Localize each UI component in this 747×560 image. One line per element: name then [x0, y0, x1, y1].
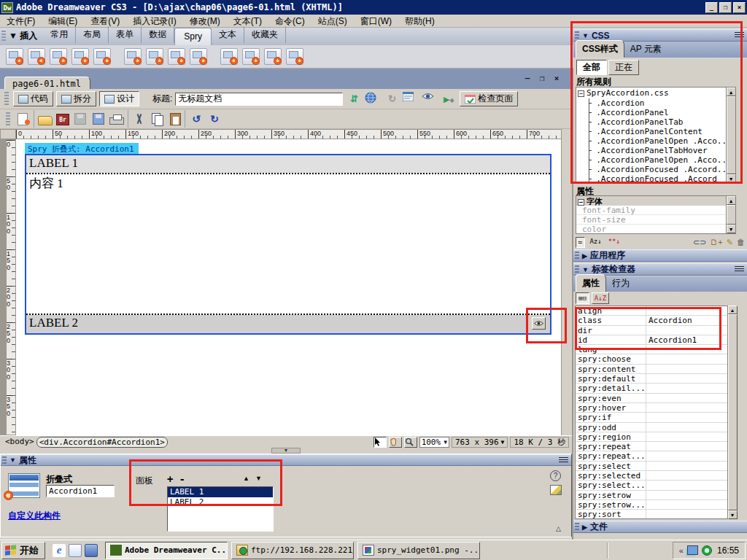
widget-name-input[interactable]	[46, 485, 115, 497]
spry:sort[interactable]: spry:sort	[576, 510, 736, 519]
css-rule-item[interactable]: .AccordionPanelOpen .Acco...	[576, 136, 735, 146]
panel-collapsed-arrow-icon[interactable]: ▶	[582, 524, 587, 531]
check-page-button[interactable]: 检查页面	[460, 91, 518, 106]
spry-repeat-icon[interactable]	[50, 48, 67, 65]
attribute-value[interactable]	[646, 403, 736, 412]
attribute-value[interactable]	[646, 471, 736, 480]
menu-item[interactable]: 查看(V)	[84, 15, 126, 28]
tag-inspector-tab[interactable]: 属性	[576, 274, 606, 292]
attribute-value[interactable]	[646, 374, 736, 383]
new-document-icon[interactable]	[18, 113, 28, 125]
menu-item[interactable]: 站点(S)	[311, 15, 354, 28]
menu-item[interactable]: 命令(C)	[268, 15, 311, 28]
design-canvas[interactable]: Spry 折叠式: Accordion1 LABEL 1 内容 1 LABEL …	[16, 139, 562, 435]
spry-accordion-icon[interactable]	[264, 48, 282, 65]
refresh-icon[interactable]: ↻	[384, 92, 400, 106]
css-rule-item[interactable]: .AccordionPanelTab	[576, 117, 735, 127]
css-panel-tab[interactable]: CSS样式	[576, 40, 624, 58]
menu-item[interactable]: 修改(M)	[183, 15, 227, 28]
move-panel-up-button[interactable]: ▲	[243, 475, 255, 482]
spry-validation-checkbox-icon[interactable]	[168, 48, 185, 65]
attribute-value[interactable]	[646, 481, 736, 489]
id[interactable]: id Accordion1	[576, 335, 736, 345]
properties-scrollbar[interactable]: ▲ ▼	[726, 196, 735, 233]
accordion-panel-tab-1[interactable]: LABEL 1	[26, 155, 550, 173]
spry-validation-select-icon[interactable]	[146, 48, 163, 65]
new-rule-icon[interactable]: 🗋+	[710, 238, 722, 247]
menu-item[interactable]: 窗口(W)	[354, 15, 398, 28]
spry:hover[interactable]: spry:hover	[576, 403, 736, 413]
accordion-panel-tab-2[interactable]: LABEL 2	[26, 315, 550, 333]
undo-icon[interactable]: ↺	[189, 112, 204, 125]
network-tray-icon[interactable]	[687, 545, 698, 555]
restore-button[interactable]: ❐	[719, 2, 732, 13]
spry:repeat[interactable]: spry:repeat	[576, 442, 736, 451]
spry-validation-textarea-icon[interactable]	[190, 48, 207, 65]
panel-grip[interactable]	[575, 31, 579, 39]
panel-menu-icon[interactable]	[735, 32, 744, 39]
spry:region[interactable]: spry:region	[576, 432, 736, 442]
css-rule-item[interactable]: .AccordionFocused .Accord...	[576, 165, 735, 174]
attribute-value[interactable]	[646, 365, 736, 373]
lang[interactable]: lang	[576, 345, 736, 354]
panel-grip[interactable]	[575, 523, 579, 531]
spry:odd[interactable]: spry:odd	[576, 423, 736, 432]
attribute-value[interactable]	[646, 354, 736, 363]
attribute-value[interactable]	[646, 384, 736, 392]
spry:default[interactable]: spry:default	[576, 374, 736, 384]
attribute-value[interactable]: Accordion1	[646, 335, 736, 344]
spry-table-icon[interactable]	[93, 48, 111, 65]
tag-inspector-tab[interactable]: 行为	[606, 275, 635, 292]
hand-tool-icon[interactable]	[389, 437, 402, 448]
sort-set-icon[interactable]: **↓	[606, 237, 622, 248]
task-button[interactable]: ftp://192.168.228.221/	[231, 542, 354, 559]
menu-item[interactable]: 文件(F)	[0, 15, 42, 28]
scrollbar-thumb[interactable]	[727, 205, 736, 225]
panel-menu-icon[interactable]	[559, 457, 568, 464]
remove-panel-button[interactable]: -	[179, 473, 190, 485]
doc-close-button[interactable]: ×	[551, 74, 562, 83]
panel-grip[interactable]	[575, 265, 579, 273]
css-rule-item[interactable]: .AccordionFocused .Accord	[576, 174, 735, 184]
spry:setrow[interactable]: spry:setrow	[576, 491, 736, 500]
attribute-value[interactable]	[646, 345, 736, 354]
insert-category-tab[interactable]: 常用	[43, 26, 76, 43]
attribute-value[interactable]	[646, 326, 736, 335]
panel-list-item[interactable]: LABEL 1	[168, 487, 273, 497]
tray-collapse-icon[interactable]: «	[679, 546, 684, 555]
attribute-value[interactable]	[646, 510, 736, 518]
spry:if[interactable]: spry:if	[576, 413, 736, 422]
mail-icon[interactable]	[69, 544, 82, 557]
split-view-button[interactable]: 拆分	[56, 91, 96, 106]
attributes-scrollbar[interactable]: ▲ ▼	[727, 306, 737, 519]
css-filter-button[interactable]: 全部	[576, 60, 607, 75]
insert-category-tab[interactable]: 数据	[142, 26, 174, 43]
quick-tag-edit-icon[interactable]	[550, 485, 562, 495]
delete-rule-icon[interactable]: 🗑	[737, 238, 745, 247]
copy-icon[interactable]	[150, 112, 165, 125]
attribute-value[interactable]	[646, 306, 736, 315]
insert-category-tab[interactable]: 表单	[109, 26, 142, 43]
messenger-icon[interactable]	[85, 544, 98, 557]
start-button[interactable]: 开始	[1, 542, 45, 559]
insert-category-tab[interactable]: 布局	[76, 26, 109, 43]
spry:selected[interactable]: spry:selected	[576, 471, 736, 481]
css-rule-item[interactable]: .AccordionPanelTabHover	[576, 146, 735, 155]
scrollbar-thumb[interactable]	[727, 96, 736, 174]
spry-validation-text-field-icon[interactable]	[124, 48, 142, 65]
window-size-select[interactable]: 763 x 396▼	[452, 437, 508, 448]
redo-icon[interactable]: ↻	[207, 112, 222, 125]
panel-list[interactable]: LABEL 1LABEL 2	[167, 486, 274, 532]
attribute-value[interactable]	[646, 423, 736, 432]
spry-repeat-list-icon[interactable]	[71, 48, 89, 65]
insert-category-tab[interactable]: 文本	[212, 26, 244, 43]
spry:repeat...[interactable]: spry:repeat...	[576, 451, 736, 461]
spry-tabbed-panels-icon[interactable]	[242, 48, 260, 65]
panel-grip[interactable]	[1, 31, 6, 43]
select-tool-icon[interactable]	[374, 437, 387, 448]
menu-item[interactable]: 编辑(E)	[42, 15, 84, 28]
panel-preview-eye-icon[interactable]	[532, 317, 546, 330]
collapse-node-icon[interactable]: −	[578, 199, 584, 206]
css-rule-item[interactable]: .Accordion	[576, 98, 735, 108]
visual-aids-icon[interactable]	[422, 92, 438, 106]
